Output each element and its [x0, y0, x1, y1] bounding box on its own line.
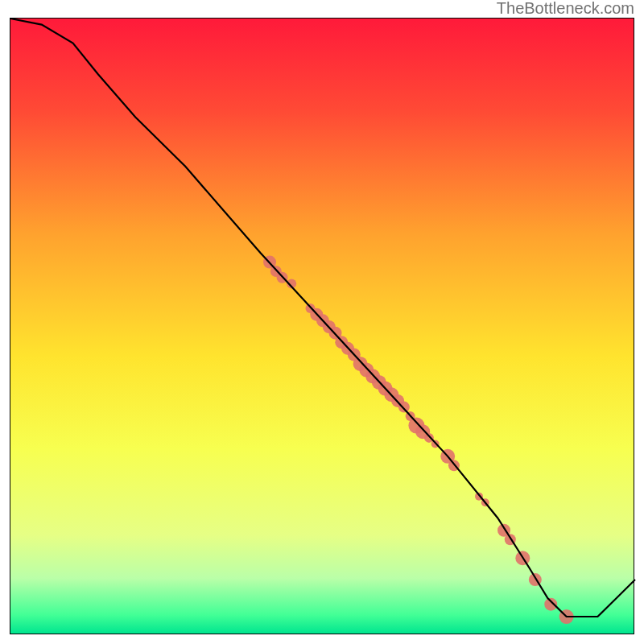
plot-area — [10, 18, 634, 634]
data-point — [544, 598, 557, 611]
chart-container: TheBottleneck.com — [0, 0, 644, 644]
watermark-label: TheBottleneck.com — [497, 0, 634, 18]
chart-svg — [10, 19, 635, 635]
points-layer — [263, 256, 574, 624]
data-point — [398, 402, 410, 413]
